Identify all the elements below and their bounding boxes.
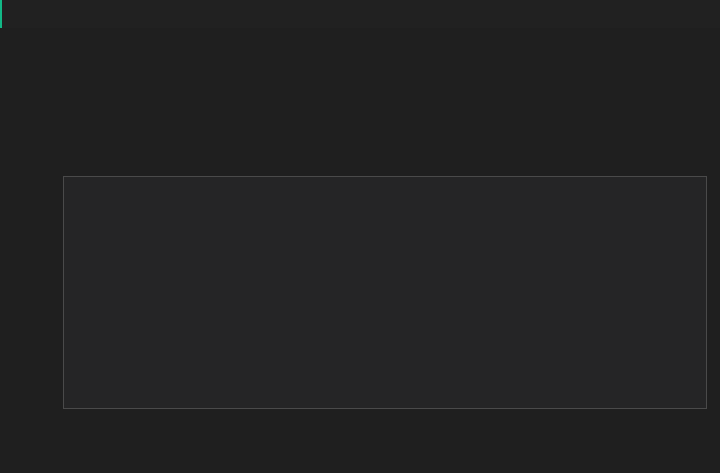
breadcrumb [0, 28, 720, 53]
tab-bar [0, 0, 720, 28]
error-hover-popup [63, 176, 707, 409]
vscode-editor-window [0, 0, 720, 473]
tab-bar-accent-strip [0, 0, 2, 28]
